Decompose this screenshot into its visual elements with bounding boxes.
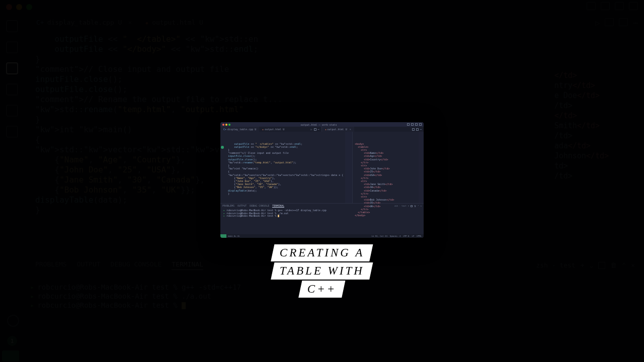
cw-tab-label: output.html U xyxy=(328,128,347,131)
cw-status-encoding[interactable]: UTF-8 xyxy=(403,235,409,237)
cw-panel-left-icon[interactable] xyxy=(407,123,410,126)
cw-left-tabs: C+ display_table.cpp U ⬥ output.html U xyxy=(220,127,310,132)
cw-tab-label: display_table.cpp U xyxy=(227,128,256,131)
cw-remote-indicator-icon[interactable] xyxy=(220,234,226,238)
cw-tab-debug-console[interactable]: DEBUG CONSOLE xyxy=(250,204,269,208)
cw-status-spaces[interactable]: Spaces: 4 xyxy=(390,235,401,237)
cw-right-tabs: ⬥ output.html U × xyxy=(321,127,412,132)
cw-status-right: Ln 91, Col 24 Spaces: 4 UTF-8 LF HTML xyxy=(371,235,424,237)
cw-layout-controls xyxy=(407,123,422,126)
cw-tab-html-left[interactable]: ⬥ output.html U xyxy=(259,127,287,132)
cw-tab-output[interactable]: OUTPUT xyxy=(237,204,247,208)
cw-status-branch[interactable]: main 0↓ 0↑ xyxy=(228,235,240,237)
cw-status-position[interactable]: Ln 91, Col 24 xyxy=(371,235,387,237)
cw-panel-right-icon[interactable] xyxy=(415,123,418,126)
video-caption: CREATING A TABLE WITH C++ xyxy=(273,244,371,298)
cw-run-icon[interactable]: ▷ xyxy=(310,128,312,131)
cw-preview-icon[interactable] xyxy=(412,128,415,131)
cw-status-bar: main 0↓ 0↑ Ln 91, Col 24 Spaces: 4 UTF-8… xyxy=(220,234,424,238)
cw-layout-icon[interactable] xyxy=(419,123,422,126)
cw-left-editor[interactable]: outputFile << " </table>" << "kw">std::e… xyxy=(226,132,345,203)
html-file-icon: ⬥ xyxy=(262,128,264,131)
cw-close-tab-icon[interactable]: × xyxy=(350,128,351,131)
cw-maximize-icon[interactable] xyxy=(228,124,230,126)
cw-right-editor[interactable]: <body> <table> <tr> <td>Name</td> <td>Ag… xyxy=(352,132,424,203)
cw-status-lang[interactable]: HTML xyxy=(417,235,422,237)
cw-panel-tabs: PROBLEMS OUTPUT DEBUG CONSOLE TERMINAL xyxy=(222,204,284,208)
center-vscode-window: output.html — verb-stats C+ display_tabl… xyxy=(220,122,424,238)
cw-window-title: output.html — verb-stats xyxy=(300,123,337,126)
cw-minimize-icon[interactable] xyxy=(225,124,227,126)
cw-split-icon[interactable] xyxy=(314,128,316,131)
cw-titlebar: output.html — verb-stats xyxy=(220,122,424,127)
cw-editor-body: outputFile << " </table>" << "kw">std::e… xyxy=(220,132,424,203)
cw-close-icon[interactable] xyxy=(222,124,224,126)
cw-more-icon[interactable]: ⋯ xyxy=(420,128,422,131)
cw-more-icon[interactable]: ⋯ xyxy=(318,128,319,131)
cw-tab-problems[interactable]: PROBLEMS xyxy=(222,204,234,208)
cw-left-minimap[interactable] xyxy=(345,132,352,203)
cw-right-editor-actions: ⋯ xyxy=(412,127,424,132)
cw-status-eol[interactable]: LF xyxy=(412,235,415,237)
cw-panel-bottom-icon[interactable] xyxy=(411,123,414,126)
cw-split-icon[interactable] xyxy=(416,128,419,131)
cw-tab-row: C+ display_table.cpp U ⬥ output.html U ▷… xyxy=(220,127,424,132)
cw-tab-terminal[interactable]: TERMINAL xyxy=(272,204,284,208)
cw-tab-label: output.html U xyxy=(265,128,284,131)
cw-tab-html-right[interactable]: ⬥ output.html U × xyxy=(322,127,354,132)
cw-gutter xyxy=(220,132,226,203)
html-file-icon: ⬥ xyxy=(325,128,327,131)
caption-line-1: CREATING A xyxy=(271,244,373,261)
cw-tab-cpp[interactable]: C+ display_table.cpp U xyxy=(220,127,259,132)
cw-right-minimap[interactable] xyxy=(419,132,424,203)
cpp-file-icon: C+ xyxy=(223,128,226,131)
caption-line-3: C++ xyxy=(298,281,346,298)
caption-line-2: TABLE WITH xyxy=(271,262,373,280)
cw-left-editor-actions: ▷ ⋯ xyxy=(310,127,321,132)
